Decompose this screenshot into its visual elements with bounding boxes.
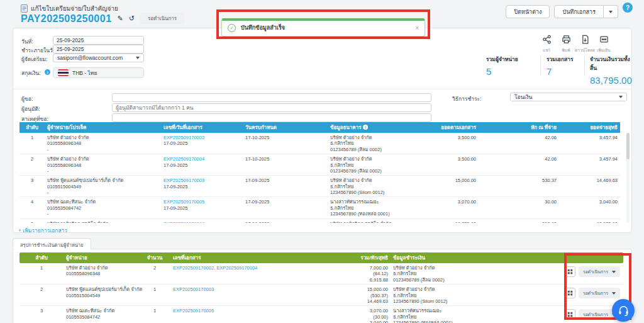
text-line: 0123456789 (สีลม 0002) xyxy=(330,168,423,174)
payment-method-select[interactable]: โอนเงิน xyxy=(510,93,627,101)
pay-within-input[interactable] xyxy=(53,45,144,54)
document-cell: EXP202509170005 xyxy=(170,306,287,323)
payment-method-value: โอนเงิน xyxy=(514,93,532,101)
text-line: - xyxy=(47,190,158,195)
text-line: บริษัท ตัวอย่าง จำกัด xyxy=(393,286,542,292)
document-cell: EXP202509170003 xyxy=(170,285,287,305)
vendor-cell: บริษัท อาร์ทติจูด สตูดิโอ จำกัด010555601… xyxy=(45,219,161,224)
payment-voucher-page: แก้ไขใบเตรียมจ่าย/ใบสำคัญจ่าย PAY2025092… xyxy=(0,0,644,323)
scrollbar-thumb[interactable] xyxy=(626,133,630,159)
text-line: 0105558096348 xyxy=(66,271,136,276)
text-line: 14,469.63 xyxy=(289,298,388,304)
thai-flag-icon xyxy=(58,69,69,76)
text-line: บริษัท ตัวอย่าง จำกัด xyxy=(47,156,158,162)
amounts-cell: 7,000.00(84.12)6,915.88 xyxy=(287,263,391,284)
text-line: 7,000.00 xyxy=(289,265,388,271)
document-number-link[interactable]: EXP202509170004 xyxy=(164,156,240,162)
more-button[interactable]: เพิ่มเติม xyxy=(593,35,614,54)
document-numbers-link[interactable]: EXP202509170002, EXP202509170004 xyxy=(173,265,284,271)
save-document-split-button: บันทึกเอกสาร xyxy=(554,5,618,18)
document-numbers-link[interactable]: EXP202509170003 xyxy=(173,286,284,292)
vendor-cell: บริษัท ฌเดะทีสนะ จำกัด0105535084742- xyxy=(45,197,161,218)
stat-total-vendors: รวมผู้จำหน่าย 5 xyxy=(486,55,518,77)
text-line: (530.37) xyxy=(289,293,388,298)
row-number: 4 xyxy=(19,197,45,218)
document-date: 17-09-2025 xyxy=(164,205,240,211)
summary-table-header: ลำดับผู้จำหน่ายจำนวนเลขที่เอกสารรวม/หัก/… xyxy=(19,252,623,263)
bank-info-cell: บริษัท ตัวอย่าง จำกัดธ.กสิกรไทย123456789… xyxy=(328,176,425,196)
bank-info-cell: นางสาวทัศนวรรณเฌอะธ.กสิกรไทย1234567890 (… xyxy=(328,197,425,218)
preparer-label: ผู้จัดเตรียม: xyxy=(21,55,47,64)
approver-input[interactable] xyxy=(112,103,431,112)
document-number-link[interactable]: EXP202509170002 xyxy=(164,135,240,140)
text-line: 1234567890 (ทองหล่อ 0001) xyxy=(330,211,423,217)
stat-total-documents: รวมเอกสาร 7 xyxy=(547,55,574,77)
document-count-cell: 1 xyxy=(139,306,170,323)
documents-table-header: ลำดับผู้จำหน่าย/โปรเจ็คเลขที่/วันที่เอกส… xyxy=(19,122,620,133)
text-line: 3,040.00 xyxy=(289,320,388,323)
amount-cell: 3,070.00 xyxy=(425,197,479,218)
due-date-cell: 17-09-2025 xyxy=(243,176,328,196)
save-options-chevron-button[interactable] xyxy=(604,5,618,18)
due-date-cell: 17-10-2025 xyxy=(243,133,328,154)
column-header: ข้อมูลธนาคารi xyxy=(328,123,425,132)
text-line: นางสาวทัศนวรรณเฌอะ xyxy=(330,199,423,205)
text-line: บริษัท ตัวอย่าง จำกัด xyxy=(330,135,423,140)
row-number: 3 xyxy=(19,176,45,196)
share-label: แชร์ xyxy=(536,47,557,54)
text-line: ธ.กสิกรไทย xyxy=(330,184,423,190)
text-line: ธ.กสิกรไทย xyxy=(393,314,542,320)
text-line: บริษัท ตัวอย่าง จำกัด xyxy=(330,178,423,183)
toast-close-icon[interactable]: × xyxy=(415,25,419,31)
text-line: 0105515004549 xyxy=(47,184,158,190)
row-number: 1 xyxy=(19,133,45,154)
add-document-item-link[interactable]: + เพิ่มรายการเอกสาร xyxy=(18,226,67,235)
preparer-select[interactable]: sasiporn@flowaccount.com xyxy=(53,54,144,62)
help-button[interactable]: ? xyxy=(623,3,633,13)
vendor-cell: บริษัท ตัวอย่าง จำกัด0105558096348- xyxy=(45,133,161,154)
tab-payment-summary[interactable]: สรุปการชำระเงินตามผู้จำหน่าย xyxy=(13,238,91,249)
share-button[interactable]: แชร์ xyxy=(536,35,557,54)
payment-summary-card: ลำดับผู้จำหน่ายจำนวนเลขที่เอกสารรวม/หัก/… xyxy=(13,249,632,323)
withholding-cell: 530.37 xyxy=(479,176,559,196)
document-number-link[interactable]: EXP202509170006 xyxy=(164,221,240,224)
due-date-cell: 17-10-2025 xyxy=(243,154,328,175)
row-number: 2 xyxy=(19,285,64,305)
document-cell: EXP20250917000617-09-2025 xyxy=(161,219,243,224)
history-icon[interactable]: ↺ xyxy=(129,15,135,22)
text-line: บริษัท ตัวอย่าง จำกัด xyxy=(393,265,542,271)
save-document-button[interactable]: บันทึกเอกสาร xyxy=(554,5,604,18)
column-header: เลขที่/วันที่เอกสาร xyxy=(161,123,243,132)
date-input[interactable] xyxy=(53,36,144,45)
document-number-link[interactable]: EXP202509170003 xyxy=(164,178,240,183)
requester-input[interactable] xyxy=(112,93,431,102)
edit-icon[interactable]: ✎ xyxy=(118,15,123,22)
document-date: 17-09-2025 xyxy=(164,162,240,168)
text-line: บริษัท ตัวอย่าง จำกัด xyxy=(47,135,158,140)
amount-cell: 3,500.00 xyxy=(425,133,479,154)
document-date: 17-09-2025 xyxy=(164,184,240,190)
bank-info-cell: บริษัท ตัวอย่าง จำกัดธ.กสิกรไทย012345678… xyxy=(328,154,425,175)
vendor-cell: บริษัท ฟู้ดแลนด์ซุปเปอร์มาร์เก็ต จำกัด01… xyxy=(45,176,161,196)
print-button[interactable]: พิมพ์ xyxy=(555,35,577,54)
document-cell: EXP20250917000417-09-2025 xyxy=(161,154,243,175)
document-icon xyxy=(21,4,28,13)
approver-label: ผู้อนุมัติ: xyxy=(21,105,40,113)
document-date: 17-09-2025 xyxy=(164,140,240,146)
requester-label: ผู้ขอ: xyxy=(21,94,33,103)
text-line: 1234567890 (ทองหล่อ 0001) xyxy=(393,320,542,323)
text-line: ธ.กสิกรไทย xyxy=(393,271,542,276)
text-line: 0123456789 (สีลม 0002) xyxy=(393,277,542,283)
close-window-button[interactable]: ปิดหน้าต่าง xyxy=(506,5,550,18)
withholding-cell: 42.06 xyxy=(479,133,559,154)
document-number-link[interactable]: EXP202509170005 xyxy=(164,199,240,205)
table-row: 4บริษัท ฌเดะทีสนะ จำกัด0105535084742-EXP… xyxy=(19,197,620,218)
success-check-icon: ✓ xyxy=(228,24,236,32)
document-numbers-link[interactable]: EXP202509170005 xyxy=(173,308,284,314)
support-chat-button[interactable] xyxy=(612,299,635,322)
reason-input[interactable] xyxy=(112,113,431,122)
vendor-cell: บริษัท ตัวอย่าง จำกัด0105558096348- xyxy=(45,154,161,175)
column-header: ยอดจ่ายสุทธิ xyxy=(559,123,620,132)
download-button[interactable]: ดาวน์โหลด xyxy=(574,35,596,54)
column-header: วันครบกำหนด xyxy=(243,123,328,132)
